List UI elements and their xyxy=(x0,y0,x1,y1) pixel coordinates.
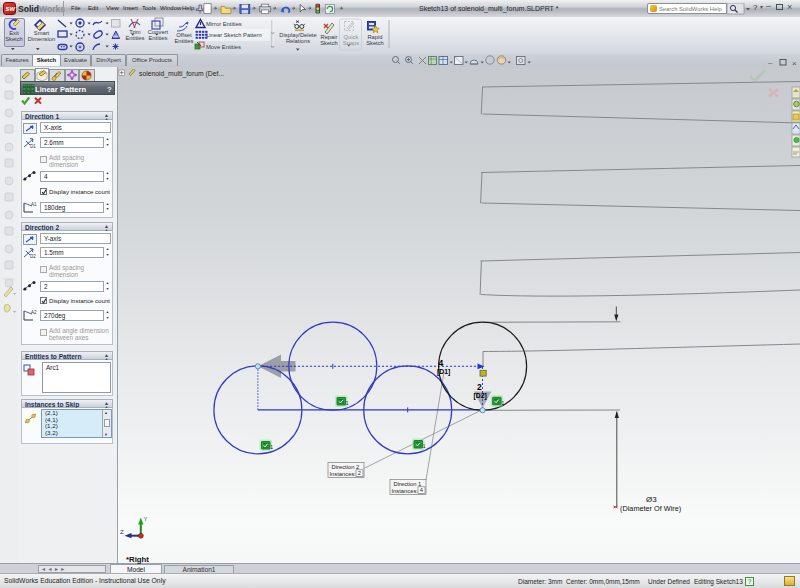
svg-text:1: 1 xyxy=(270,444,273,450)
svg-text:2: 2 xyxy=(477,382,482,392)
svg-text:1: 1 xyxy=(501,400,504,406)
svg-text:2: 2 xyxy=(358,470,361,476)
svg-text:4: 4 xyxy=(439,358,444,368)
svg-text:solenoid_multi_forum (Def...: solenoid_multi_forum (Def... xyxy=(139,70,224,78)
svg-text:1: 1 xyxy=(423,443,426,449)
svg-text:(Diameter Of Wire): (Diameter Of Wire) xyxy=(620,504,681,513)
svg-text:Instances:: Instances: xyxy=(392,488,419,494)
svg-text:×: × xyxy=(792,59,797,68)
svg-text:[D2]: [D2] xyxy=(474,392,487,400)
svg-text:Direction 2: Direction 2 xyxy=(332,464,360,470)
svg-text:Instances:: Instances: xyxy=(330,471,357,477)
svg-text:Z: Z xyxy=(120,529,124,535)
svg-text:Direction 1: Direction 1 xyxy=(394,481,422,487)
svg-text:–: – xyxy=(768,58,773,67)
svg-text:1: 1 xyxy=(346,400,349,406)
svg-text:*Right: *Right xyxy=(126,555,149,564)
svg-text:Ø3: Ø3 xyxy=(646,495,657,504)
svg-text:[D1]: [D1] xyxy=(437,368,450,376)
svg-text:Y: Y xyxy=(144,516,148,522)
